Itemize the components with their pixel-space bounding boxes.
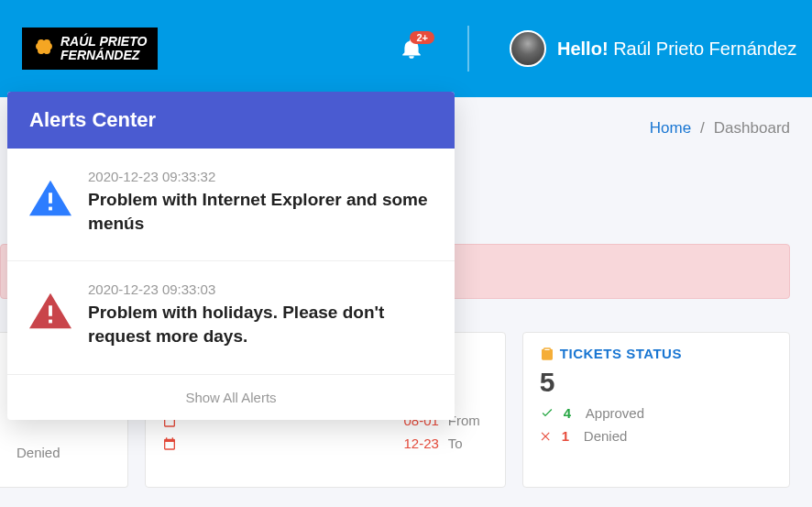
warning-icon bbox=[29, 180, 71, 216]
alerts-header: Alerts Center bbox=[7, 92, 455, 149]
alert-item[interactable]: 2020-12-23 09:33:32 Problem with Interne… bbox=[7, 149, 455, 261]
check-icon bbox=[540, 406, 554, 421]
alert-message: Problem with Internet Explorer and some … bbox=[88, 188, 433, 235]
alert-item[interactable]: 2020-12-23 09:33:03 Problem with holiday… bbox=[7, 261, 455, 374]
bell-badge: 2+ bbox=[410, 31, 434, 44]
brain-icon bbox=[33, 38, 55, 60]
card-title: TICKETS STATUS bbox=[540, 346, 773, 361]
date-to-row: 12-23 To bbox=[162, 435, 488, 451]
svg-rect-0 bbox=[49, 193, 52, 204]
tickets-count: 5 bbox=[540, 367, 773, 398]
denied-label: Denied bbox=[16, 445, 60, 460]
breadcrumb-current: Dashboard bbox=[714, 119, 790, 138]
clipboard-icon bbox=[540, 347, 554, 361]
card-tickets-status[interactable]: TICKETS STATUS 5 4 Approved 1 Denied bbox=[522, 332, 790, 488]
svg-rect-2 bbox=[49, 306, 52, 317]
svg-rect-1 bbox=[49, 207, 52, 211]
alerts-dropdown: Alerts Center 2020-12-23 09:33:32 Proble… bbox=[7, 92, 455, 420]
alert-message: Problem with holidays. Please don't requ… bbox=[88, 301, 433, 347]
warning-icon bbox=[29, 292, 71, 329]
alert-timestamp: 2020-12-23 09:33:03 bbox=[88, 281, 433, 297]
alerts-bell[interactable]: 2+ bbox=[400, 37, 423, 61]
greeting: Hello! Raúl Prieto Fernández bbox=[557, 39, 796, 60]
denied-row: 1 Denied bbox=[540, 428, 773, 444]
card-row: Denied bbox=[16, 445, 111, 460]
alert-timestamp: 2020-12-23 09:33:32 bbox=[88, 169, 433, 184]
breadcrumb: Home / Dashboard bbox=[650, 119, 790, 138]
show-all-alerts-link[interactable]: Show All Alerts bbox=[7, 375, 455, 420]
topbar: RAÚL PRIETO FERNÁNDEZ 2+ Hello! Raúl Pri… bbox=[0, 0, 812, 97]
breadcrumb-home-link[interactable]: Home bbox=[650, 119, 691, 138]
user-menu[interactable]: Hello! Raúl Prieto Fernández bbox=[510, 30, 796, 67]
avatar bbox=[510, 30, 546, 67]
breadcrumb-separator: / bbox=[700, 119, 705, 138]
svg-rect-3 bbox=[49, 320, 52, 324]
logo[interactable]: RAÚL PRIETO FERNÁNDEZ bbox=[22, 28, 158, 71]
logo-text: RAÚL PRIETO FERNÁNDEZ bbox=[60, 35, 147, 63]
approved-row: 4 Approved bbox=[540, 405, 773, 421]
topbar-divider bbox=[467, 26, 469, 72]
calendar-icon bbox=[162, 436, 177, 451]
close-icon bbox=[540, 430, 553, 443]
